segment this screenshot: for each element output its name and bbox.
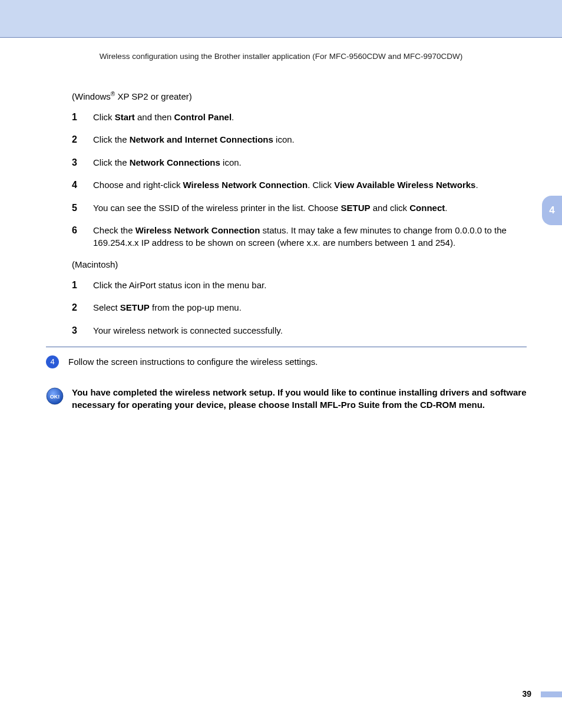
list-item: 3Your wireless network is connected succ… bbox=[72, 324, 527, 337]
step-text: Click Start and then Control Panel. bbox=[93, 111, 527, 124]
list-item: 2Select SETUP from the pop-up menu. bbox=[72, 301, 527, 314]
list-item: 5You can see the SSID of the wireless pr… bbox=[72, 202, 527, 215]
step-number: 2 bbox=[72, 301, 93, 314]
main-step-4: 4 Follow the screen instructions to conf… bbox=[46, 355, 527, 368]
ok-text: You have completed the wireless network … bbox=[72, 386, 527, 411]
mac-steps: 1Click the AirPort status icon in the me… bbox=[72, 279, 527, 337]
step-circle-icon: 4 bbox=[46, 355, 59, 368]
step-text: You can see the SSID of the wireless pri… bbox=[93, 202, 527, 215]
svg-text:OK!: OK! bbox=[50, 394, 60, 400]
step-text: Check the Wireless Network Connection st… bbox=[93, 224, 527, 249]
step-number: 1 bbox=[72, 279, 93, 292]
page-number: 39 bbox=[522, 689, 531, 699]
ok-callout: OK! You have completed the wireless netw… bbox=[46, 386, 527, 411]
list-item: 3Click the Network Connections icon. bbox=[72, 156, 527, 169]
list-item: 6Check the Wireless Network Connection s… bbox=[72, 224, 527, 249]
step-text: Click the Network and Internet Connectio… bbox=[93, 133, 527, 146]
step-number: 1 bbox=[72, 111, 93, 124]
chapter-tab: 4 bbox=[542, 196, 562, 225]
step-number: 3 bbox=[72, 324, 93, 337]
list-item: 1Click Start and then Control Panel. bbox=[72, 111, 527, 124]
chapter-header: Wireless configuration using the Brother… bbox=[0, 52, 562, 61]
corner-accent bbox=[541, 691, 562, 697]
section-divider bbox=[46, 347, 527, 347]
step-number: 4 bbox=[72, 179, 93, 192]
ok-icon: OK! bbox=[46, 387, 64, 405]
windows-label: (Windows® XP SP2 or greater) bbox=[72, 90, 527, 103]
mac-label: (Macintosh) bbox=[72, 258, 527, 271]
list-item: 1Click the AirPort status icon in the me… bbox=[72, 279, 527, 292]
list-item: 4Choose and right-click Wireless Network… bbox=[72, 179, 527, 192]
step-text: Click the Network Connections icon. bbox=[93, 156, 527, 169]
step-number: 3 bbox=[72, 156, 93, 169]
step-text: Select SETUP from the pop-up menu. bbox=[93, 301, 527, 314]
step-number: 2 bbox=[72, 133, 93, 146]
step-text: Your wireless network is connected succe… bbox=[93, 324, 527, 337]
page-content: (Windows® XP SP2 or greater) 1Click Star… bbox=[0, 90, 562, 411]
top-banner bbox=[0, 0, 562, 38]
list-item: 2Click the Network and Internet Connecti… bbox=[72, 133, 527, 146]
windows-steps: 1Click Start and then Control Panel.2Cli… bbox=[72, 111, 527, 249]
step-text: Choose and right-click Wireless Network … bbox=[93, 179, 527, 192]
step-number: 5 bbox=[72, 202, 93, 215]
step-text: Click the AirPort status icon in the men… bbox=[93, 279, 527, 292]
main-step-text: Follow the screen instructions to config… bbox=[68, 355, 318, 368]
step-number: 6 bbox=[72, 224, 93, 249]
